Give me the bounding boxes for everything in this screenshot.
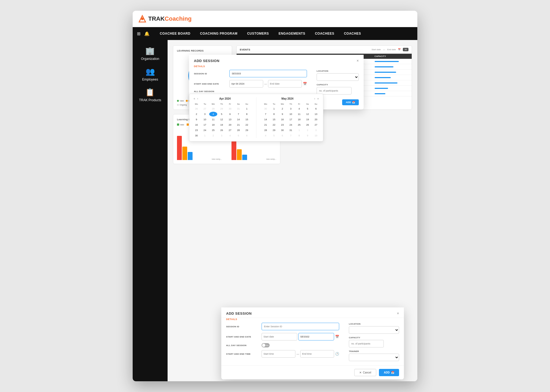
sidebar-item-organization[interactable]: 🏢 Organization <box>141 46 159 61</box>
cal-day[interactable]: 10 <box>312 133 320 138</box>
cal-day[interactable]: 9 <box>193 117 200 122</box>
cal-day[interactable]: 6 <box>226 112 234 117</box>
cal-day[interactable]: 8 <box>295 133 303 138</box>
cal-day[interactable]: 11 <box>295 112 303 117</box>
cal-day[interactable]: 7 <box>234 112 242 117</box>
nav-coaches[interactable]: COACHES <box>339 27 366 40</box>
all-day-toggle[interactable]: No <box>262 343 270 347</box>
cal-day[interactable]: 2 <box>209 133 217 138</box>
cal-day[interactable]: 31 <box>287 128 295 133</box>
cal-day[interactable]: 8 <box>243 112 251 117</box>
cal-day[interactable]: 30 <box>278 128 286 133</box>
cal-day[interactable]: 1 <box>270 106 278 111</box>
cal-day[interactable]: 5 <box>270 133 278 138</box>
cal-day[interactable]: 22 <box>270 122 278 127</box>
add-btn-back[interactable]: ADD 📅 <box>342 99 359 105</box>
session-id-input[interactable] <box>229 70 307 77</box>
cal-day[interactable]: 7 <box>262 112 270 117</box>
add-button-front[interactable]: ADD 📅 <box>379 369 399 376</box>
grid-icon[interactable]: ⊞ <box>137 31 140 36</box>
cal-day[interactable]: 7 <box>287 133 295 138</box>
cal-day[interactable]: 6 <box>278 133 286 138</box>
cal-day[interactable]: 23 <box>193 128 200 133</box>
cal-day[interactable]: 28 <box>234 128 242 133</box>
cal-day[interactable]: 10 <box>201 117 209 122</box>
cal-day[interactable]: 12 <box>304 112 312 117</box>
cal-day[interactable]: 20 <box>312 117 320 122</box>
cal-day[interactable]: 11 <box>209 117 217 122</box>
cal-day[interactable]: 9 <box>304 133 312 138</box>
cal-day[interactable]: 4 <box>226 133 234 138</box>
sidebar-item-employees[interactable]: 👥 Employees <box>142 67 158 81</box>
front-trainer-select[interactable] <box>349 354 399 361</box>
cal-day[interactable]: 17 <box>201 122 209 127</box>
cal-day[interactable]: 9 <box>278 112 286 117</box>
cal-day[interactable]: 28 <box>209 106 217 111</box>
end-date-input[interactable] <box>268 80 302 88</box>
cal-day[interactable]: 1 <box>243 106 251 111</box>
cal-day[interactable]: 15 <box>270 117 278 122</box>
cal-day[interactable]: 26 <box>218 128 226 133</box>
cal-day[interactable]: 1 <box>201 133 209 138</box>
cal-day[interactable]: 22 <box>243 122 251 127</box>
cal-day[interactable]: 29 <box>270 128 278 133</box>
cal-day[interactable]: 6 <box>312 106 320 111</box>
cal-day[interactable]: 20 <box>226 122 234 127</box>
cal-day[interactable]: 3 <box>218 133 226 138</box>
cal-day[interactable]: 3 <box>312 128 320 133</box>
cal-day[interactable]: 25 <box>209 128 217 133</box>
nav-coachees[interactable]: COACHEES <box>310 27 339 40</box>
front-session-id-value[interactable] <box>298 333 334 340</box>
cal-day[interactable]: 4 <box>295 106 303 111</box>
cal-prev-prev[interactable]: « <box>193 97 196 100</box>
cal-day[interactable]: 21 <box>234 122 242 127</box>
cal-day[interactable]: 30 <box>193 133 200 138</box>
cal-day[interactable]: 18 <box>209 122 217 127</box>
start-date-input[interactable] <box>229 80 263 88</box>
cal-day[interactable]: 13 <box>226 117 234 122</box>
front-session-id-input[interactable] <box>262 323 339 330</box>
cal-day[interactable]: 4 <box>262 133 270 138</box>
cal-next[interactable]: › <box>313 97 316 100</box>
cal-day[interactable]: 8 <box>270 112 278 117</box>
cal-day[interactable]: 13 <box>312 112 320 117</box>
cal-day[interactable]: 30 <box>262 106 270 111</box>
location-select[interactable] <box>317 73 359 81</box>
cal-day[interactable]: 16 <box>193 122 200 127</box>
cal-day[interactable]: 29 <box>218 106 226 111</box>
front-cal-icon[interactable]: 📅 <box>335 335 339 339</box>
cal-day[interactable]: 5 <box>304 106 312 111</box>
cal-day[interactable]: 5 <box>234 133 242 138</box>
cal-day[interactable]: 19 <box>218 122 226 127</box>
cal-prev[interactable]: ‹ <box>196 97 199 100</box>
sidebar-item-trak-products[interactable]: 📋 TRAK Products <box>139 88 161 102</box>
cal-day[interactable]: 1 <box>295 128 303 133</box>
cal-day[interactable]: 26 <box>304 122 312 127</box>
cal-day[interactable]: 19 <box>304 117 312 122</box>
cal-day-selected[interactable]: 4 <box>209 112 217 117</box>
cal-day[interactable]: 30 <box>226 106 234 111</box>
nav-customers[interactable]: CUSTOMERS <box>242 27 274 40</box>
front-capacity-input[interactable] <box>349 340 384 347</box>
cal-day[interactable]: 24 <box>201 128 209 133</box>
nav-coachee-board[interactable]: COACHEE BOARD <box>155 27 195 40</box>
cal-day[interactable]: 27 <box>312 122 320 127</box>
cal-day[interactable]: 3 <box>201 112 209 117</box>
cal-day[interactable]: 17 <box>287 117 295 122</box>
nav-engagements[interactable]: ENGAGEMENTS <box>274 27 310 40</box>
cal-day[interactable]: 25 <box>295 122 303 127</box>
cal-day[interactable]: 26 <box>193 106 200 111</box>
cal-day[interactable]: 14 <box>234 117 242 122</box>
cal-day[interactable]: 27 <box>201 106 209 111</box>
cal-day[interactable]: 15 <box>243 117 251 122</box>
cal-day[interactable]: 16 <box>278 117 286 122</box>
cal-day[interactable]: 2 <box>193 112 200 117</box>
front-location-select[interactable] <box>349 326 399 334</box>
cal-day[interactable]: 5 <box>218 112 226 117</box>
cancel-button[interactable]: ✕ Cancel <box>354 369 376 376</box>
cal-day[interactable]: 27 <box>226 128 234 133</box>
cal-day[interactable]: 21 <box>262 122 270 127</box>
events-end-date[interactable]: End date <box>387 48 396 51</box>
front-start-time[interactable] <box>262 350 295 358</box>
cal-day[interactable]: 29 <box>243 128 251 133</box>
